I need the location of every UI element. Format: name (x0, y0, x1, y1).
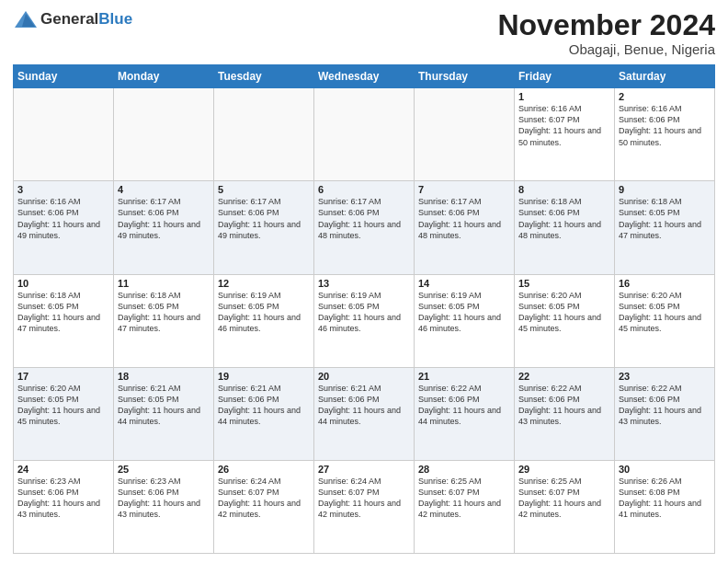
day-info: Sunrise: 6:25 AM Sunset: 6:07 PM Dayligh… (518, 476, 610, 521)
day-number: 27 (318, 464, 410, 475)
col-sunday: Sunday (14, 65, 114, 88)
table-row: 23Sunrise: 6:22 AM Sunset: 6:06 PM Dayli… (615, 367, 715, 460)
day-number: 17 (17, 371, 109, 382)
day-number: 12 (218, 278, 310, 289)
table-row (14, 88, 114, 181)
day-number: 10 (17, 278, 109, 289)
day-number: 9 (619, 184, 711, 195)
month-title: November 2024 (497, 9, 715, 41)
table-row: 3Sunrise: 6:16 AM Sunset: 6:06 PM Daylig… (14, 181, 114, 274)
day-number: 5 (218, 184, 310, 195)
calendar-week-row: 3Sunrise: 6:16 AM Sunset: 6:06 PM Daylig… (14, 181, 715, 274)
day-number: 2 (619, 91, 711, 102)
calendar-week-row: 17Sunrise: 6:20 AM Sunset: 6:05 PM Dayli… (14, 367, 715, 460)
day-number: 3 (17, 184, 109, 195)
table-row: 27Sunrise: 6:24 AM Sunset: 6:07 PM Dayli… (314, 460, 415, 553)
day-info: Sunrise: 6:17 AM Sunset: 6:06 PM Dayligh… (118, 196, 210, 241)
table-row: 16Sunrise: 6:20 AM Sunset: 6:05 PM Dayli… (615, 274, 715, 367)
day-info: Sunrise: 6:22 AM Sunset: 6:06 PM Dayligh… (619, 383, 711, 428)
table-row: 11Sunrise: 6:18 AM Sunset: 6:05 PM Dayli… (114, 274, 214, 367)
day-number: 14 (418, 278, 510, 289)
table-row (314, 88, 415, 181)
day-info: Sunrise: 6:21 AM Sunset: 6:06 PM Dayligh… (318, 383, 410, 428)
day-info: Sunrise: 6:22 AM Sunset: 6:06 PM Dayligh… (418, 383, 510, 428)
day-number: 21 (418, 371, 510, 382)
day-number: 26 (218, 464, 310, 475)
day-number: 1 (518, 91, 610, 102)
day-number: 20 (318, 371, 410, 382)
day-info: Sunrise: 6:19 AM Sunset: 6:05 PM Dayligh… (318, 290, 410, 335)
day-number: 8 (518, 184, 610, 195)
table-row: 2Sunrise: 6:16 AM Sunset: 6:06 PM Daylig… (615, 88, 715, 181)
table-row: 20Sunrise: 6:21 AM Sunset: 6:06 PM Dayli… (314, 367, 415, 460)
day-number: 28 (418, 464, 510, 475)
day-info: Sunrise: 6:21 AM Sunset: 6:06 PM Dayligh… (218, 383, 310, 428)
day-info: Sunrise: 6:22 AM Sunset: 6:06 PM Dayligh… (518, 383, 610, 428)
day-info: Sunrise: 6:20 AM Sunset: 6:05 PM Dayligh… (619, 290, 711, 335)
day-info: Sunrise: 6:23 AM Sunset: 6:06 PM Dayligh… (118, 476, 210, 521)
day-info: Sunrise: 6:19 AM Sunset: 6:05 PM Dayligh… (218, 290, 310, 335)
table-row: 25Sunrise: 6:23 AM Sunset: 6:06 PM Dayli… (114, 460, 214, 553)
day-number: 15 (518, 278, 610, 289)
day-info: Sunrise: 6:24 AM Sunset: 6:07 PM Dayligh… (218, 476, 310, 521)
table-row: 30Sunrise: 6:26 AM Sunset: 6:08 PM Dayli… (615, 460, 715, 553)
day-info: Sunrise: 6:16 AM Sunset: 6:07 PM Dayligh… (518, 103, 610, 148)
table-row: 24Sunrise: 6:23 AM Sunset: 6:06 PM Dayli… (14, 460, 114, 553)
col-friday: Friday (515, 65, 615, 88)
day-number: 30 (619, 464, 711, 475)
table-row: 8Sunrise: 6:18 AM Sunset: 6:06 PM Daylig… (515, 181, 615, 274)
day-number: 13 (318, 278, 410, 289)
day-info: Sunrise: 6:23 AM Sunset: 6:06 PM Dayligh… (17, 476, 109, 521)
day-info: Sunrise: 6:20 AM Sunset: 6:05 PM Dayligh… (17, 383, 109, 428)
day-info: Sunrise: 6:18 AM Sunset: 6:05 PM Dayligh… (17, 290, 109, 335)
table-row: 12Sunrise: 6:19 AM Sunset: 6:05 PM Dayli… (214, 274, 314, 367)
day-number: 23 (619, 371, 711, 382)
day-info: Sunrise: 6:17 AM Sunset: 6:06 PM Dayligh… (218, 196, 310, 241)
logo-general-text: General (40, 10, 98, 29)
calendar-week-row: 1Sunrise: 6:16 AM Sunset: 6:07 PM Daylig… (14, 88, 715, 181)
day-number: 7 (418, 184, 510, 195)
logo-icon (13, 9, 39, 29)
calendar-header-row: Sunday Monday Tuesday Wednesday Thursday… (14, 65, 715, 88)
day-info: Sunrise: 6:24 AM Sunset: 6:07 PM Dayligh… (318, 476, 410, 521)
day-number: 22 (518, 371, 610, 382)
table-row (214, 88, 314, 181)
day-info: Sunrise: 6:20 AM Sunset: 6:05 PM Dayligh… (518, 290, 610, 335)
table-row: 19Sunrise: 6:21 AM Sunset: 6:06 PM Dayli… (214, 367, 314, 460)
table-row: 10Sunrise: 6:18 AM Sunset: 6:05 PM Dayli… (14, 274, 114, 367)
table-row: 14Sunrise: 6:19 AM Sunset: 6:05 PM Dayli… (415, 274, 515, 367)
table-row: 6Sunrise: 6:17 AM Sunset: 6:06 PM Daylig… (314, 181, 415, 274)
calendar-week-row: 24Sunrise: 6:23 AM Sunset: 6:06 PM Dayli… (14, 460, 715, 553)
day-info: Sunrise: 6:18 AM Sunset: 6:05 PM Dayligh… (118, 290, 210, 335)
header: GeneralBlue November 2024 Obagaji, Benue… (13, 9, 715, 57)
day-number: 25 (118, 464, 210, 475)
table-row: 22Sunrise: 6:22 AM Sunset: 6:06 PM Dayli… (515, 367, 615, 460)
day-info: Sunrise: 6:18 AM Sunset: 6:06 PM Dayligh… (518, 196, 610, 241)
day-info: Sunrise: 6:18 AM Sunset: 6:05 PM Dayligh… (619, 196, 711, 241)
table-row: 9Sunrise: 6:18 AM Sunset: 6:05 PM Daylig… (615, 181, 715, 274)
table-row: 1Sunrise: 6:16 AM Sunset: 6:07 PM Daylig… (515, 88, 615, 181)
title-block: November 2024 Obagaji, Benue, Nigeria (497, 9, 715, 57)
col-tuesday: Tuesday (214, 65, 314, 88)
day-info: Sunrise: 6:26 AM Sunset: 6:08 PM Dayligh… (619, 476, 711, 521)
day-info: Sunrise: 6:17 AM Sunset: 6:06 PM Dayligh… (418, 196, 510, 241)
table-row: 21Sunrise: 6:22 AM Sunset: 6:06 PM Dayli… (415, 367, 515, 460)
table-row: 29Sunrise: 6:25 AM Sunset: 6:07 PM Dayli… (515, 460, 615, 553)
day-number: 19 (218, 371, 310, 382)
logo: GeneralBlue (13, 9, 132, 29)
col-wednesday: Wednesday (314, 65, 415, 88)
table-row: 18Sunrise: 6:21 AM Sunset: 6:05 PM Dayli… (114, 367, 214, 460)
day-info: Sunrise: 6:25 AM Sunset: 6:07 PM Dayligh… (418, 476, 510, 521)
calendar-week-row: 10Sunrise: 6:18 AM Sunset: 6:05 PM Dayli… (14, 274, 715, 367)
day-number: 29 (518, 464, 610, 475)
day-number: 11 (118, 278, 210, 289)
day-number: 24 (17, 464, 109, 475)
logo-blue-text: Blue (98, 10, 132, 29)
col-saturday: Saturday (615, 65, 715, 88)
day-info: Sunrise: 6:16 AM Sunset: 6:06 PM Dayligh… (619, 103, 711, 148)
table-row: 5Sunrise: 6:17 AM Sunset: 6:06 PM Daylig… (214, 181, 314, 274)
table-row (415, 88, 515, 181)
day-info: Sunrise: 6:19 AM Sunset: 6:05 PM Dayligh… (418, 290, 510, 335)
table-row: 26Sunrise: 6:24 AM Sunset: 6:07 PM Dayli… (214, 460, 314, 553)
table-row: 4Sunrise: 6:17 AM Sunset: 6:06 PM Daylig… (114, 181, 214, 274)
